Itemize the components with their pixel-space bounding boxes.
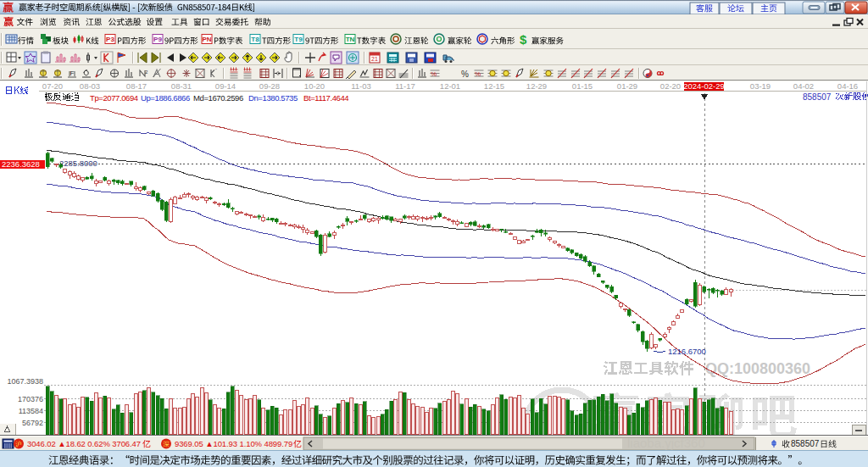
svg-text:2024-02-29: 2024-02-29 — [683, 81, 725, 91]
svg-text:%: % — [431, 70, 437, 78]
svg-text:1216.6700: 1216.6700 — [668, 347, 706, 356]
svg-text:PN: PN — [202, 36, 211, 43]
svg-text:12-01: 12-01 — [440, 81, 460, 91]
svg-text:": " — [215, 68, 217, 73]
svg-text:09-28: 09-28 — [259, 81, 280, 91]
svg-text:04-02: 04-02 — [793, 81, 814, 91]
svg-text:07-20: 07-20 — [42, 81, 63, 91]
svg-text:TN: TN — [346, 36, 355, 43]
svg-text:08-03: 08-03 — [80, 81, 100, 91]
svg-text:T8: T8 — [251, 36, 259, 43]
svg-text:21: 21 — [371, 56, 378, 62]
svg-text:2: 2 — [145, 69, 148, 75]
svg-text:Bt=1117.4644: Bt=1117.4644 — [303, 93, 348, 103]
svg-text:3046.02 ▲18.62 0.62% 3706.47: 3046.02 ▲18.62 0.62% 3706.47 — [27, 439, 141, 448]
svg-text:11-17: 11-17 — [395, 81, 415, 91]
svg-text:9369.05 ▲101.93 1.10% 4899.79: 9369.05 ▲101.93 1.10% 4899.79 — [175, 439, 292, 448]
svg-text:Dn=1380.5735: Dn=1380.5735 — [248, 93, 298, 103]
svg-text:03-19: 03-19 — [750, 81, 771, 91]
svg-text:2236.3628: 2236.3628 — [2, 159, 40, 169]
svg-text:Tp=2077.0694: Tp=2077.0694 — [90, 93, 138, 103]
svg-text:858507: 858507 — [803, 92, 832, 102]
svg-text:QQ:100800360: QQ:100800360 — [705, 360, 810, 377]
svg-text:04-16: 04-16 — [837, 81, 858, 91]
svg-text:%: % — [475, 70, 481, 78]
svg-text:P9: P9 — [153, 36, 162, 43]
svg-text:%: % — [461, 69, 469, 79]
svg-text:Up=1886.6866: Up=1886.6866 — [141, 93, 190, 103]
svg-text:02-20: 02-20 — [660, 81, 681, 91]
svg-text:858507: 858507 — [791, 439, 820, 448]
svg-text:T9: T9 — [294, 36, 303, 43]
svg-text:01-29: 01-29 — [617, 81, 637, 91]
svg-text:10-20: 10-20 — [304, 81, 325, 91]
svg-text:liaoba.yjcf360: liaoba.yjcf360 — [627, 436, 705, 450]
svg-text:F: F — [70, 69, 75, 77]
svg-text:1067.3938: 1067.3938 — [7, 377, 43, 386]
svg-text:Md=1670.2596: Md=1670.2596 — [193, 93, 243, 103]
svg-text:113584: 113584 — [19, 407, 43, 415]
svg-text:$: $ — [520, 32, 527, 47]
svg-text:09-14: 09-14 — [215, 81, 236, 91]
svg-text:11-03: 11-03 — [351, 81, 371, 91]
svg-text:12-29: 12-29 — [526, 81, 547, 91]
svg-text:08-31: 08-31 — [171, 81, 192, 91]
svg-text:2285.8000: 2285.8000 — [59, 158, 97, 168]
svg-text:170376: 170376 — [18, 395, 43, 403]
svg-text:56792: 56792 — [22, 419, 43, 427]
svg-text:12-15: 12-15 — [484, 81, 504, 91]
svg-text:08-17: 08-17 — [126, 81, 147, 91]
svg-text:01-15: 01-15 — [572, 81, 593, 91]
svg-text:P3: P3 — [106, 36, 114, 43]
